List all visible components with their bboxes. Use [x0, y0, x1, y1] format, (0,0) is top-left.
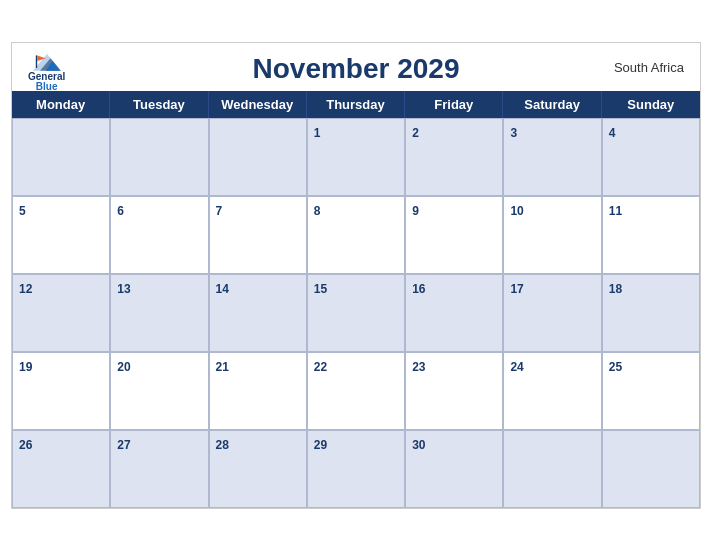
day-number: 14 [216, 282, 229, 296]
day-cell: 20 [110, 352, 208, 430]
day-number: 5 [19, 204, 26, 218]
day-header-saturday: Saturday [503, 91, 601, 118]
day-cell: 15 [307, 274, 405, 352]
day-number: 26 [19, 438, 32, 452]
day-cell [602, 430, 700, 508]
day-number: 12 [19, 282, 32, 296]
day-cell [110, 118, 208, 196]
day-cell: 18 [602, 274, 700, 352]
logo-general-text: General [28, 72, 65, 82]
svg-rect-3 [35, 55, 36, 68]
day-number: 2 [412, 126, 419, 140]
day-cell: 22 [307, 352, 405, 430]
day-cell: 7 [209, 196, 307, 274]
logo-blue-text: Blue [36, 82, 58, 92]
day-number: 16 [412, 282, 425, 296]
country-label: South Africa [614, 59, 684, 74]
calendar-header: General Blue November 2029 South Africa [12, 43, 700, 91]
day-cell: 24 [503, 352, 601, 430]
day-cell: 21 [209, 352, 307, 430]
day-number: 3 [510, 126, 517, 140]
day-number: 18 [609, 282, 622, 296]
day-cell: 13 [110, 274, 208, 352]
day-cell: 12 [12, 274, 110, 352]
day-cell: 2 [405, 118, 503, 196]
day-number: 27 [117, 438, 130, 452]
day-cell: 29 [307, 430, 405, 508]
day-cell: 8 [307, 196, 405, 274]
day-header-wednesday: Wednesday [209, 91, 307, 118]
day-number: 15 [314, 282, 327, 296]
day-header-thursday: Thursday [307, 91, 405, 118]
day-header-monday: Monday [12, 91, 110, 118]
day-header-sunday: Sunday [602, 91, 700, 118]
day-cell: 5 [12, 196, 110, 274]
day-number: 13 [117, 282, 130, 296]
day-number: 4 [609, 126, 616, 140]
day-number: 1 [314, 126, 321, 140]
day-number: 30 [412, 438, 425, 452]
day-cell: 23 [405, 352, 503, 430]
day-cell: 27 [110, 430, 208, 508]
day-cell: 16 [405, 274, 503, 352]
day-cell: 14 [209, 274, 307, 352]
day-cell [503, 430, 601, 508]
day-cell: 17 [503, 274, 601, 352]
day-number: 10 [510, 204, 523, 218]
day-number: 19 [19, 360, 32, 374]
day-header-friday: Friday [405, 91, 503, 118]
day-cell: 11 [602, 196, 700, 274]
logo: General Blue [28, 51, 65, 92]
day-cell: 25 [602, 352, 700, 430]
day-cell: 10 [503, 196, 601, 274]
day-cell: 30 [405, 430, 503, 508]
day-number: 28 [216, 438, 229, 452]
calendar-title: November 2029 [252, 53, 459, 85]
day-cell: 4 [602, 118, 700, 196]
day-number: 20 [117, 360, 130, 374]
day-number: 25 [609, 360, 622, 374]
day-number: 11 [609, 204, 622, 218]
day-number: 21 [216, 360, 229, 374]
day-header-tuesday: Tuesday [110, 91, 208, 118]
day-number: 23 [412, 360, 425, 374]
day-cell: 19 [12, 352, 110, 430]
day-cell: 9 [405, 196, 503, 274]
day-cell: 6 [110, 196, 208, 274]
day-cell: 1 [307, 118, 405, 196]
day-number: 7 [216, 204, 223, 218]
day-number: 22 [314, 360, 327, 374]
calendar: General Blue November 2029 South Africa … [11, 42, 701, 509]
day-number: 24 [510, 360, 523, 374]
day-cell: 26 [12, 430, 110, 508]
day-number: 8 [314, 204, 321, 218]
day-cell [209, 118, 307, 196]
calendar-grid: 1234567891011121314151617181920212223242… [12, 118, 700, 508]
day-cell: 28 [209, 430, 307, 508]
day-number: 29 [314, 438, 327, 452]
days-header: MondayTuesdayWednesdayThursdayFridaySatu… [12, 91, 700, 118]
day-number: 6 [117, 204, 124, 218]
day-cell: 3 [503, 118, 601, 196]
day-number: 17 [510, 282, 523, 296]
day-cell [12, 118, 110, 196]
day-number: 9 [412, 204, 419, 218]
